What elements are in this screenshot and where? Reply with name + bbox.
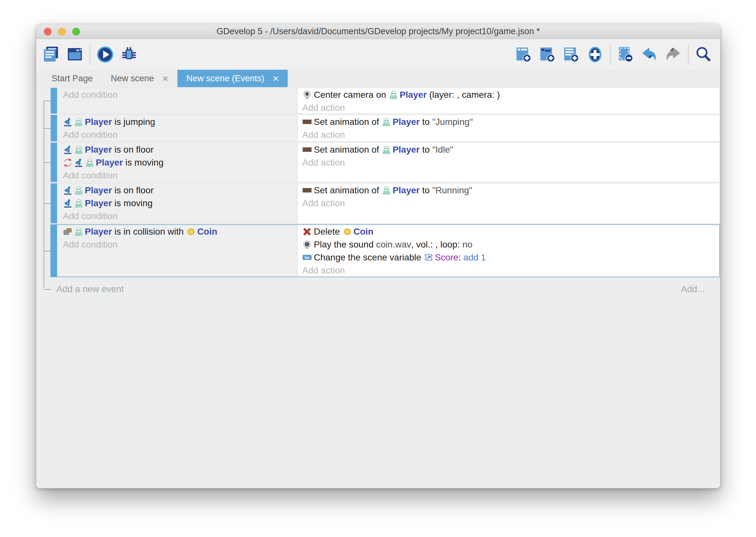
add-condition-button[interactable]: Add condition xyxy=(63,210,294,223)
add-other-event-button[interactable] xyxy=(586,45,605,64)
action-line[interactable]: Set animation of Player to "Idle" xyxy=(302,143,716,156)
close-tab-icon[interactable]: × xyxy=(162,73,169,84)
event-row-selected[interactable]: Player is in collision with Coin Add con… xyxy=(51,225,720,277)
event-drag-handle[interactable] xyxy=(51,225,57,277)
events-sheet: Add condition Center camera on Player (l… xyxy=(36,87,720,488)
add-action-button[interactable]: Add action xyxy=(302,197,716,210)
object-name: Player xyxy=(85,117,112,127)
conditions-cell[interactable]: Player is in collision with Coin Add con… xyxy=(57,225,297,277)
project-manager-icon xyxy=(42,45,60,64)
event-drag-handle[interactable] xyxy=(51,115,57,141)
close-window-button[interactable] xyxy=(44,28,52,35)
string-value: "Running" xyxy=(432,185,472,195)
window-title: GDevelop 5 - /Users/david/Documents/GDev… xyxy=(216,26,540,36)
event-row[interactable]: Player is jumping Add condition Set anim… xyxy=(51,115,720,141)
add-new-event-button[interactable]: Add a new event xyxy=(57,284,124,294)
minimize-window-button[interactable] xyxy=(58,28,66,35)
conditions-cell[interactable]: Player is on floor Player is moving Add … xyxy=(57,183,297,223)
collision-icon xyxy=(63,227,73,236)
platformer-behavior-icon xyxy=(63,186,73,195)
condition-line[interactable]: Player is in collision with Coin xyxy=(63,225,294,238)
tab-label: Start Page xyxy=(52,74,93,84)
add-action-button[interactable]: Add action xyxy=(302,128,716,141)
tab-new-scene[interactable]: New scene × xyxy=(102,70,177,87)
actions-cell[interactable]: Center camera on Player (layer: , camera… xyxy=(297,88,720,114)
action-text: to xyxy=(420,117,432,127)
add-condition-button[interactable]: Add condition xyxy=(63,88,294,101)
add-sub-event-button[interactable] xyxy=(538,45,557,64)
condition-text: is in collision with xyxy=(112,227,186,237)
condition-line[interactable]: Player is jumping xyxy=(63,115,294,128)
events-footer: Add a new event Add... xyxy=(51,282,720,296)
conditions-cell[interactable]: Player is on floor Player is moving Add … xyxy=(57,143,297,182)
camera-icon xyxy=(302,90,312,100)
condition-line[interactable]: Player is on floor xyxy=(63,184,294,197)
scene-editor-button[interactable] xyxy=(65,45,85,64)
variable-name: Score xyxy=(435,252,458,263)
add-more-button[interactable]: Add... xyxy=(681,284,705,294)
event-drag-handle[interactable] xyxy=(51,183,57,223)
event-row[interactable]: Player is on floor Player is moving Add … xyxy=(51,143,720,182)
tab-bar: Start Page New scene × New scene (Events… xyxy=(36,70,720,87)
condition-text: is on floor xyxy=(112,145,154,155)
actions-cell[interactable]: Set animation of Player to "Running" Add… xyxy=(297,183,720,223)
player-object-icon xyxy=(74,186,84,195)
condition-line[interactable]: Player is moving xyxy=(63,197,294,210)
titlebar[interactable]: GDevelop 5 - /Users/david/Documents/GDev… xyxy=(36,24,720,39)
action-line[interactable]: Delete Coin xyxy=(302,225,716,238)
delete-event-icon xyxy=(616,45,635,64)
tab-start-page[interactable]: Start Page xyxy=(43,70,102,87)
debug-icon xyxy=(120,45,138,64)
actions-cell[interactable]: Delete Coin Play the sound coin.wav, vol… xyxy=(297,225,720,277)
actions-cell[interactable]: Set animation of Player to "Jumping" Add… xyxy=(297,115,720,141)
action-line[interactable]: Play the sound coin.wav, vol.: , loop: n… xyxy=(302,238,716,251)
action-text: (layer: , camera: ) xyxy=(427,90,500,100)
action-text: Play the sound xyxy=(314,239,376,250)
param-value: coin.wav xyxy=(376,239,411,250)
action-line[interactable]: Center camera on Player (layer: , camera… xyxy=(302,88,716,101)
undo-button[interactable] xyxy=(640,45,659,64)
object-name: Player xyxy=(96,157,123,168)
action-text: Set animation of xyxy=(314,185,382,195)
action-line[interactable]: Change the scene variable Score: add 1 xyxy=(302,251,716,264)
platformer-behavior-icon xyxy=(63,198,73,208)
delete-event-button[interactable] xyxy=(616,45,635,64)
conditions-cell[interactable]: Add condition xyxy=(57,88,297,114)
action-line[interactable]: Set animation of Player to "Jumping" xyxy=(302,115,716,128)
add-action-button[interactable]: Add action xyxy=(302,101,716,114)
event-row[interactable]: Player is on floor Player is moving Add … xyxy=(51,183,720,223)
action-text: Delete xyxy=(314,227,343,237)
action-text: Center camera on xyxy=(314,90,389,100)
project-manager-button[interactable] xyxy=(41,45,61,64)
event-drag-handle[interactable] xyxy=(51,88,57,114)
add-condition-button[interactable]: Add condition xyxy=(63,169,294,182)
window-controls xyxy=(44,24,80,39)
add-condition-button[interactable]: Add condition xyxy=(63,128,294,141)
action-line[interactable]: Set animation of Player to "Running" xyxy=(302,184,716,197)
add-event-button[interactable] xyxy=(514,45,533,64)
event-drag-handle[interactable] xyxy=(51,143,57,182)
search-events-button[interactable] xyxy=(694,45,713,64)
player-object-icon xyxy=(74,117,84,127)
actions-cell[interactable]: Set animation of Player to "Idle" Add ac… xyxy=(297,143,720,182)
object-name: Player xyxy=(85,198,112,208)
debug-button[interactable] xyxy=(119,45,139,64)
add-action-button[interactable]: Add action xyxy=(302,264,716,277)
close-tab-icon[interactable]: × xyxy=(273,73,279,84)
add-condition-button[interactable]: Add condition xyxy=(63,238,294,251)
action-text: Set animation of xyxy=(314,145,382,155)
zoom-window-button[interactable] xyxy=(72,28,80,35)
event-row[interactable]: Add condition Center camera on Player (l… xyxy=(51,88,720,114)
player-object-icon xyxy=(74,198,84,208)
condition-line[interactable]: Player is moving xyxy=(63,156,294,169)
condition-line[interactable]: Player is on floor xyxy=(63,143,294,156)
tab-new-scene-events[interactable]: New scene (Events) × xyxy=(177,70,288,87)
add-comment-button[interactable] xyxy=(561,45,581,64)
object-name: Coin xyxy=(354,227,373,237)
redo-button[interactable] xyxy=(663,45,683,64)
add-comment-icon xyxy=(562,45,581,64)
preview-button[interactable] xyxy=(95,45,115,64)
add-action-button[interactable]: Add action xyxy=(302,156,716,169)
conditions-cell[interactable]: Player is jumping Add condition xyxy=(57,115,297,141)
toolbar-divider xyxy=(90,45,90,64)
